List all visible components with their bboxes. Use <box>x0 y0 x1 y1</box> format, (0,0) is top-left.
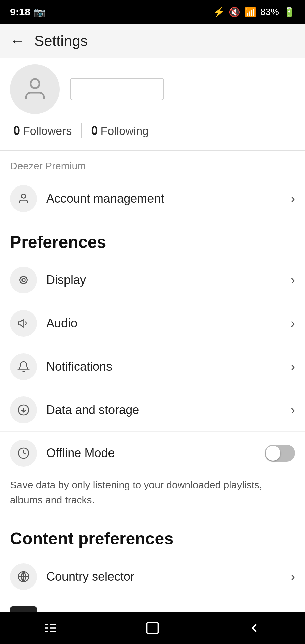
data-storage-item[interactable]: Data and storage › <box>0 388 305 432</box>
svg-point-0 <box>31 79 40 88</box>
display-text: Display <box>46 273 281 287</box>
notifications-icon <box>10 353 37 380</box>
svg-point-1 <box>21 194 26 198</box>
display-item[interactable]: Display › <box>0 259 305 302</box>
bluetooth-icon: ⚡ <box>213 7 225 18</box>
account-management-icon <box>10 185 37 212</box>
followers-row: 0 Followers 0 Following <box>10 123 295 138</box>
data-storage-icon <box>10 396 37 423</box>
nav-back-button[interactable] <box>241 614 268 641</box>
offline-mode-text: Offline Mode <box>46 446 255 460</box>
offline-hint: Save data by only listening to your down… <box>0 475 305 517</box>
account-management-item[interactable]: Account management › <box>0 177 305 220</box>
profile-section: 0 Followers 0 Following <box>0 58 305 150</box>
content-preferences-heading: Content preferences <box>0 517 305 555</box>
mute-icon: 🔇 <box>229 7 241 18</box>
data-storage-text: Data and storage <box>46 403 281 417</box>
followers-label: Followers <box>23 124 72 138</box>
nav-home-button[interactable] <box>139 614 166 641</box>
battery-icon: 🔋 <box>283 7 295 18</box>
notifications-item[interactable]: Notifications › <box>0 345 305 388</box>
country-selector-text: Country selector <box>46 570 281 584</box>
status-bar-left: 9:18 📷 <box>10 6 45 18</box>
offline-mode-toggle[interactable] <box>265 445 295 462</box>
notifications-chevron: › <box>291 360 295 374</box>
toggle-thumb <box>266 446 280 461</box>
profile-top <box>10 64 295 114</box>
audio-icon <box>10 310 37 337</box>
country-selector-chevron: › <box>291 570 295 584</box>
battery-text: 83% <box>260 7 279 17</box>
preferences-heading: Preferences <box>0 220 305 259</box>
followers-item[interactable]: 0 Followers <box>13 124 81 138</box>
svg-marker-3 <box>18 320 23 327</box>
audio-chevron: › <box>291 316 295 331</box>
followers-count: 0 <box>13 124 20 138</box>
status-time: 9:18 <box>10 6 30 18</box>
account-management-text: Account management <box>46 192 281 206</box>
nav-menu-button[interactable] <box>37 614 64 641</box>
audio-item[interactable]: Audio › <box>0 302 305 345</box>
following-label: Following <box>101 124 149 138</box>
country-selector-item[interactable]: Country selector › <box>0 555 305 598</box>
display-icon <box>10 267 37 293</box>
page-title: Settings <box>34 33 88 49</box>
following-count: 0 <box>91 124 98 138</box>
audio-text: Audio <box>46 316 281 330</box>
display-chevron: › <box>291 273 295 287</box>
status-bar: 9:18 📷 ⚡ 🔇 📶 83% 🔋 <box>0 0 305 24</box>
back-button[interactable]: ← <box>10 34 25 48</box>
svg-rect-15 <box>147 623 158 634</box>
wifi-icon: 📶 <box>245 7 256 18</box>
notifications-text: Notifications <box>46 360 281 374</box>
bottom-nav <box>0 612 305 644</box>
offline-mode-item[interactable]: Offline Mode <box>0 432 305 475</box>
camera-icon: 📷 <box>34 7 45 18</box>
header: ← Settings <box>0 24 305 58</box>
account-management-chevron: › <box>291 192 295 206</box>
country-selector-icon <box>10 563 37 590</box>
offline-mode-icon <box>10 440 37 467</box>
svg-point-2 <box>22 279 25 282</box>
status-bar-right: ⚡ 🔇 📶 83% 🔋 <box>213 7 295 18</box>
data-storage-chevron: › <box>291 403 295 417</box>
name-input[interactable] <box>70 78 164 100</box>
deezer-premium-label: Deezer Premium <box>0 151 305 177</box>
following-item[interactable]: 0 Following <box>82 124 159 138</box>
avatar <box>10 64 60 114</box>
